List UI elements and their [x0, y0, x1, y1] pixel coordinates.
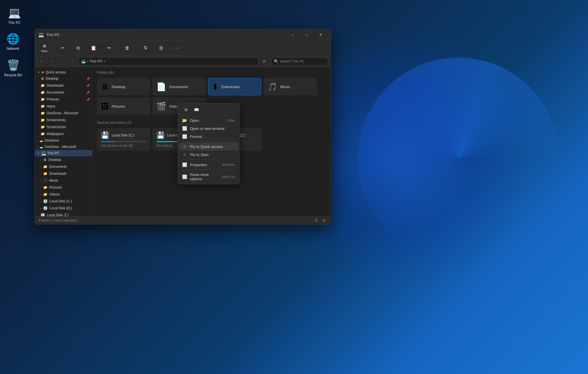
sidebar-item-screenshots-2[interactable]: 📁 Screenshots [35, 124, 92, 130]
sidebar-item-pictures[interactable]: 📁 Pictures 📌 [35, 96, 92, 103]
sort-button[interactable]: ⇅ [138, 42, 153, 54]
search-box[interactable]: 🔍 Search This PC [271, 57, 328, 65]
folder-tile-downloads[interactable]: ⬇ Downloads [208, 78, 261, 95]
drive-c-icon: 💾 [101, 131, 109, 139]
sidebar-thispc-pictures[interactable]: › 📁 Pictures [35, 184, 92, 191]
cm-show-more[interactable]: ⬜ Show more options Shift+F10 [179, 171, 238, 183]
desktop-icon-recycle-bin[interactable]: 🗑️ Recycle Bin [2, 58, 25, 78]
cm-open[interactable]: 📂 Open Enter [179, 116, 238, 124]
folder-tile-desktop[interactable]: 🖥 Desktop [97, 78, 150, 95]
context-menu-top-actions: ⧉ 📖 [179, 105, 238, 116]
view-button[interactable]: ⊞ [154, 42, 168, 54]
onedrive-microsoft-expand-icon: › [37, 145, 38, 149]
toolbar-separator-1 [53, 43, 54, 53]
thispc-desktop-label: Desktop [48, 158, 61, 162]
sidebar-thispc-z[interactable]: 💽 Local Disk (Z:) [35, 212, 92, 216]
close-button[interactable]: ✕ [314, 30, 327, 39]
sidebar-thispc-music[interactable]: › 🎵 Music [35, 177, 92, 184]
sidebar-onedrive-header[interactable]: › ☁ OneDrive [35, 137, 92, 144]
path-separator: › [87, 59, 88, 63]
selected-text: 1 item selected [52, 219, 75, 223]
thispc-d-expand-icon: › [41, 207, 41, 210]
sidebar-thispc-downloads[interactable]: › 📁 Downloads [35, 170, 92, 177]
screenshots2-folder-icon: 📁 [41, 125, 45, 129]
sidebar-quick-access-header[interactable]: ▼ ★ Quick access [35, 69, 92, 75]
folder-desktop-name: Desktop [112, 85, 125, 89]
sort-icon: ⇅ [144, 45, 147, 51]
address-path[interactable]: 💻 › This PC › [79, 57, 258, 65]
cm-pin-start-icon: ☆ [182, 152, 187, 157]
cm-pin-qa-label: Pin to Quick access [190, 145, 235, 149]
cm-pin-start-label: Pin to Start [190, 153, 235, 157]
more-button[interactable]: ··· [169, 42, 184, 54]
new-button[interactable]: ⊕ New [37, 42, 52, 54]
sidebar-thispc-header[interactable]: ▼ 💻 This PC [35, 150, 92, 156]
thispc-pictures-icon: 📁 [43, 185, 47, 189]
screenshots1-folder-icon: 📁 [41, 118, 45, 122]
sidebar-item-wallpapers[interactable]: 📁 Wallpapers [35, 130, 92, 137]
minimize-button[interactable]: ─ [286, 30, 300, 39]
up-button[interactable]: ↑ [68, 57, 76, 65]
maximize-button[interactable]: □ [300, 30, 313, 39]
sidebar-thispc-desktop[interactable]: › 🖥 Desktop [35, 156, 92, 163]
recycle-bin-label: Recycle Bin [4, 73, 22, 77]
cm-open-icon: 📂 [182, 118, 187, 123]
folder-tile-pictures[interactable]: 🖼 Pictures [97, 98, 150, 115]
cm-format-label: Format... [190, 134, 235, 139]
sidebar-thispc-videos[interactable]: › 📁 Videos [35, 191, 92, 198]
this-pc-icon: 💻 [8, 6, 21, 20]
items-count: 9 items [38, 219, 50, 223]
cm-pin-start[interactable]: ☆ Pin to Start [179, 151, 238, 159]
list-view-button[interactable]: ☰ [313, 217, 320, 224]
grid-view-button[interactable]: ⊞ [320, 217, 327, 224]
rename-button[interactable]: ✏ [102, 42, 116, 54]
folder-tile-documents[interactable]: 📄 Documents [153, 78, 206, 95]
sidebar-thispc-c[interactable]: › 💽 Local Disk (C:) [35, 198, 92, 205]
sidebar-item-onedrive-ms[interactable]: 📁 OneDrive - Microsoft [35, 110, 92, 117]
cut-button[interactable]: ✂ [55, 42, 70, 54]
desktop-icon-this-pc[interactable]: 💻 This PC [3, 5, 26, 26]
view-icon: ⊞ [159, 45, 163, 51]
sidebar-thispc-documents[interactable]: › 📁 Documents [35, 163, 92, 170]
address-bar: ‹ › ˅ ↑ 💻 › This PC › ⟳ 🔍 Search This PC [35, 56, 331, 67]
refresh-button[interactable]: ⟳ [260, 57, 269, 65]
cm-properties[interactable]: ⬜ Properties Alt+Enter [179, 161, 238, 169]
back-button[interactable]: ‹ [37, 57, 45, 65]
sidebar-item-documents[interactable]: 📁 Documents 📌 [35, 89, 92, 96]
thispc-pictures-label: Pictures [49, 185, 62, 189]
desktop-icon-network[interactable]: 🌐 Network [1, 31, 24, 52]
cm-pin-quick-access[interactable]: ☆ Pin to Quick access [179, 143, 238, 151]
cm-open-shortcut: Enter [228, 119, 235, 122]
cm-open-label: Open [190, 118, 225, 123]
sidebar-item-screenshots-1[interactable]: 📁 Screenshots [35, 117, 92, 124]
folder-pictures-name: Pictures [112, 104, 125, 109]
cm-copy-button[interactable]: ⧉ [181, 106, 191, 114]
drive-c-progress-bar [101, 141, 115, 142]
cm-open-new-window[interactable]: ⬜ Open in new window [179, 124, 238, 132]
folder-tile-music[interactable]: 🎵 Music [264, 78, 317, 95]
title-bar-left: 💻 This PC [38, 32, 60, 37]
cm-open-new-label: Open in new window [190, 126, 235, 131]
delete-button[interactable]: 🗑 [120, 42, 134, 54]
thispc-doc-expand-icon: › [41, 165, 41, 168]
more-icon: ··· [174, 45, 178, 51]
cm-format[interactable]: ⬜ Format... [179, 132, 238, 141]
paste-button[interactable]: 📋 [86, 42, 101, 54]
toolbar-separator-2 [118, 43, 118, 53]
cm-share-button[interactable]: 📖 [192, 106, 201, 114]
drive-tile-c[interactable]: 💾 Local Disk (C:) 225 GB free of 329 GB [97, 128, 150, 151]
cut-icon: ✂ [61, 45, 64, 51]
sidebar-item-desktop[interactable]: 🖥 Desktop 📌 [35, 75, 92, 82]
cm-separator-2 [181, 160, 236, 160]
copy-button[interactable]: ⧉ [71, 42, 85, 54]
sidebar-item-downloads[interactable]: 📁 Downloads 📌 [35, 82, 92, 89]
sidebar-item-repos[interactable]: 📁 repos [35, 103, 92, 110]
folder-desktop-icon: 🖥 [101, 82, 109, 92]
forward-button[interactable]: › [47, 57, 56, 65]
recent-button[interactable]: ˅ [58, 57, 66, 65]
thispc-vid-expand-icon: › [41, 193, 41, 196]
sidebar-onedrive-microsoft-header[interactable]: › ☁ OneDrive - Microsoft [35, 144, 92, 150]
sidebar-thispc-label: This PC [47, 151, 60, 155]
sidebar-thispc-d[interactable]: › 💽 Local Disk (D:) [35, 205, 92, 212]
sidebar-screenshots2-label: Screenshots [47, 125, 66, 129]
